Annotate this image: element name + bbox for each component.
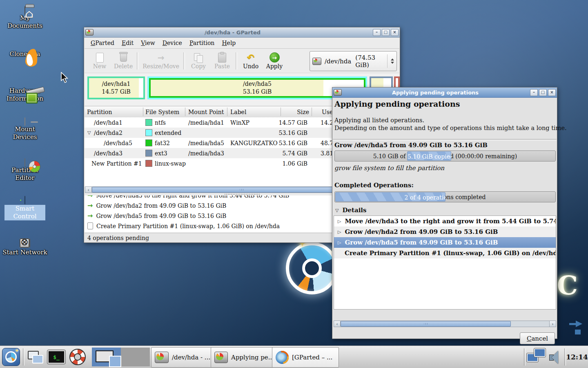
- dark-drive-icon: [24, 196, 25, 204]
- network-tray-icon[interactable]: [526, 348, 546, 366]
- window-title: /dev/hda - GParted: [94, 29, 372, 36]
- clock-time: 12:14: [566, 353, 588, 361]
- menu-help[interactable]: Help: [218, 38, 239, 47]
- minimize-button[interactable]: –: [373, 29, 381, 36]
- menu-edit[interactable]: Edit: [118, 38, 137, 47]
- copy-button[interactable]: Copy: [187, 51, 210, 71]
- details-row[interactable]: ▷ Move /dev/hda3 to the right and grow i…: [334, 216, 556, 227]
- menu-partition[interactable]: Partition: [186, 38, 218, 47]
- details-text: Move /dev/hda3 to the right and grow it …: [345, 218, 556, 225]
- maximize-button[interactable]: □: [539, 89, 547, 96]
- scroll-left-icon[interactable]: ‹: [85, 187, 92, 193]
- maximize-button[interactable]: □: [382, 29, 390, 36]
- monitor-network-icon: ⊗: [20, 236, 31, 249]
- task-button-applying[interactable]: Applying pe...: [211, 347, 278, 368]
- cell-size: 5.74 GiB: [260, 148, 307, 158]
- details-row[interactable]: Create Primary Partition #1 (linux-swap,…: [334, 248, 556, 258]
- cell-size: 14.57 GiB: [260, 117, 307, 128]
- show-desktop-button[interactable]: [25, 348, 45, 366]
- desktop-icon-my-documents[interactable]: ⌂ MyDocuments: [0, 7, 49, 30]
- workspace-1[interactable]: [92, 348, 121, 366]
- close-button[interactable]: ×: [391, 29, 399, 36]
- fs-color-swatch: [145, 119, 152, 126]
- gparted-titlebar[interactable]: /dev/hda - GParted – □ ×: [84, 27, 400, 38]
- desktop-icon-mount-devices[interactable]: MountDevices: [0, 118, 49, 141]
- cell-size: 53.16 GiB: [260, 138, 307, 148]
- close-button[interactable]: ×: [548, 89, 556, 96]
- menu-gparted[interactable]: GParted: [87, 38, 118, 47]
- help-launcher[interactable]: [68, 348, 87, 366]
- resize-move-button[interactable]: → Resize/Move: [140, 51, 182, 71]
- cell-filesystem: ext3: [155, 148, 167, 158]
- windows-icon: [28, 351, 42, 363]
- dialog-body: Applying pending operations Applying all…: [333, 98, 557, 338]
- completed-operations-label: Completed Operations:: [334, 182, 414, 189]
- task-button-gparted[interactable]: /dev/hda - ...: [151, 347, 216, 368]
- undo-button[interactable]: ↶ Undo: [239, 51, 263, 71]
- details-row[interactable]: ▷ Grow /dev/hda2 from 49.09 GiB to 53.16…: [334, 227, 556, 237]
- details-text: Create Primary Partition #1 (linux-swap,…: [345, 249, 556, 257]
- desktop-icon-partition-editor[interactable]: PartitionEditor: [0, 159, 49, 182]
- start-menu-button[interactable]: ✦: [1, 348, 21, 366]
- device-combo[interactable]: /dev/hda (74.53 GiB): [310, 51, 397, 71]
- header-partition[interactable]: Partition: [87, 106, 112, 117]
- expander-open-icon[interactable]: ▽: [335, 208, 339, 213]
- workspace-2[interactable]: [121, 348, 150, 366]
- scroll-right-icon[interactable]: ›: [549, 321, 556, 327]
- icon-label: Control: [4, 213, 45, 220]
- volume-tray-icon[interactable]: [546, 348, 563, 366]
- cell-size: 53.16 GiB: [260, 128, 307, 138]
- task-label: /dev/hda - ...: [172, 354, 210, 361]
- header-label[interactable]: Label: [230, 106, 246, 117]
- operation-text: Grow /dev/hda5 from 49.09 GiB to 53.16 G…: [96, 213, 226, 219]
- fs-color-swatch: [145, 129, 152, 136]
- fs-color-swatch: [145, 150, 152, 157]
- minimize-button[interactable]: –: [530, 89, 538, 96]
- combo-device: /dev/hda: [325, 58, 351, 65]
- desktop-icon-clonezilla[interactable]: Clonezilla: [0, 43, 49, 58]
- scroll-left-icon[interactable]: ‹: [334, 321, 341, 327]
- scrollbar-thumb[interactable]: [341, 321, 511, 327]
- cell-size: 1.06 GiB: [260, 158, 307, 168]
- undo-icon: ↶: [247, 53, 254, 63]
- icon-label: Editor: [0, 174, 49, 182]
- header-file-system[interactable]: File System: [145, 106, 179, 117]
- desktop-icon-smart-control[interactable]: SmartControl: [0, 196, 49, 220]
- description-line: Depending on the amount and type of oper…: [334, 124, 567, 132]
- details-horizontal-scrollbar[interactable]: ‹ ›: [334, 321, 556, 327]
- block-name: /dev/hda1: [102, 80, 131, 88]
- operation-arrow-icon: →: [87, 195, 93, 199]
- dialog-titlebar[interactable]: Applying pending operations – □ ×: [332, 88, 557, 98]
- apply-button[interactable]: → Apply: [263, 51, 286, 71]
- desktop-icon-hardware-information[interactable]: HardwareInformation: [0, 79, 49, 103]
- row-expander-icon[interactable]: ▽: [87, 128, 91, 138]
- delete-button[interactable]: Delete: [111, 51, 135, 71]
- block-size: 14.57 GiB: [102, 88, 130, 96]
- expander-closed-icon[interactable]: ▷: [338, 240, 341, 245]
- desktop-icon-start-network[interactable]: ⊗ Start Network: [0, 236, 49, 256]
- task-button-firefox[interactable]: [GParted – ...: [272, 347, 339, 368]
- details-row-selected[interactable]: ▷ Grow /dev/hda5 from 49.09 GiB to 53.16…: [334, 237, 556, 248]
- expander-closed-icon[interactable]: ▷: [338, 219, 341, 224]
- apply-icon: →: [270, 53, 280, 63]
- terminal-launcher[interactable]: $_: [46, 348, 67, 366]
- details-expander[interactable]: ▽ Details: [335, 206, 367, 214]
- menu-device[interactable]: Device: [159, 38, 186, 47]
- menu-view[interactable]: View: [137, 38, 159, 47]
- paste-button[interactable]: Paste: [210, 51, 234, 71]
- combo-spinner[interactable]: [387, 54, 394, 68]
- progress-note: grow file system to fill the partition: [334, 164, 444, 172]
- block-size: 53.16 GiB: [243, 88, 272, 96]
- header-mount-point[interactable]: Mount Point: [188, 106, 224, 117]
- icon-label: Mount: [0, 126, 49, 133]
- copy-progress-bar: 5.10 GiB of 5.10 GiB copied (00:00:00 re…: [334, 150, 556, 162]
- applying-operations-dialog: Applying pending operations – □ × Applyi…: [332, 87, 557, 339]
- partition-block-hda1[interactable]: /dev/hda1 14.57 GiB: [87, 76, 145, 99]
- expander-closed-icon[interactable]: ▷: [338, 229, 341, 235]
- header-size[interactable]: Size: [283, 106, 309, 117]
- clock: 12:14: [567, 348, 587, 366]
- life-buoy-icon: [69, 349, 86, 365]
- new-button[interactable]: New: [88, 51, 111, 71]
- cancel-button[interactable]: Cancel: [520, 332, 555, 344]
- dialog-description: Applying all listed operations. Dependin…: [334, 117, 567, 132]
